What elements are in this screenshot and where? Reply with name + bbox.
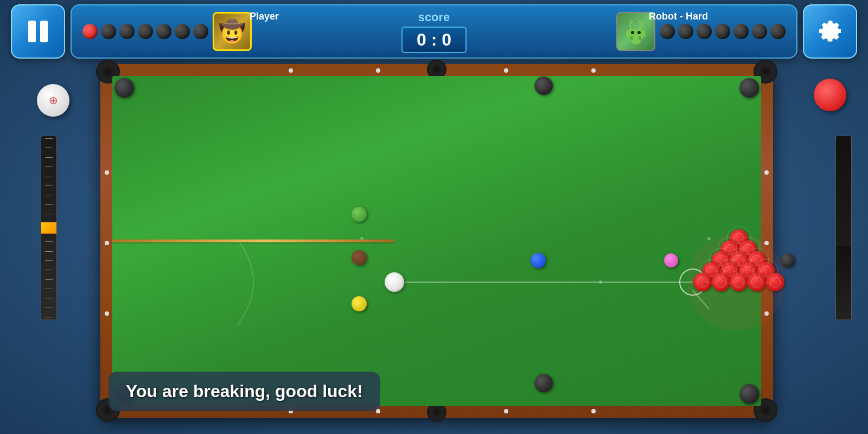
player-ball-1 (82, 24, 98, 39)
pool-table-container (100, 64, 773, 418)
score-value: 0 : 0 (401, 27, 467, 53)
yellow-ball (352, 296, 367, 311)
player-avatar: 🤠 (213, 12, 252, 51)
cue-ball[interactable] (385, 272, 404, 292)
gear-icon (815, 16, 845, 47)
robot-section (483, 12, 786, 51)
table-outer (100, 64, 773, 418)
cushion-dot-7 (376, 409, 380, 413)
pause-button[interactable] (11, 4, 65, 59)
message-box: You are breaking, good luck! (108, 372, 380, 411)
robot-ball-6 (752, 24, 767, 39)
pause-icon (28, 21, 48, 42)
svg-point-7 (639, 20, 641, 22)
robot-ball-7 (770, 24, 786, 39)
red-cluster-15 (766, 273, 784, 291)
cushion-dot-r2 (764, 241, 769, 245)
android-icon (623, 18, 649, 44)
score-label: score (418, 10, 450, 24)
player-ball-6 (175, 24, 190, 39)
player-ball-3 (119, 24, 135, 39)
svg-point-9 (637, 31, 641, 34)
red-cluster-12 (712, 273, 730, 291)
svg-point-6 (630, 20, 633, 22)
corner-ball-tr (739, 78, 759, 98)
player-section: 🤠 (82, 12, 385, 51)
player-balls (82, 24, 208, 39)
robot-ball-2 (678, 24, 693, 39)
green-ball (352, 207, 367, 222)
brown-ball (352, 250, 367, 265)
svg-point-12 (707, 237, 711, 240)
power-fill-right (836, 246, 851, 320)
black-ball (781, 253, 795, 267)
side-red-ball (814, 79, 846, 111)
blue-ball (531, 253, 546, 268)
svg-line-15 (693, 290, 709, 309)
power-indicator-left[interactable] (41, 136, 57, 320)
cue-stick (112, 240, 394, 242)
power-indicator-right[interactable] (835, 136, 852, 320)
side-cue-ball (37, 84, 69, 117)
player-name-label: Player (250, 11, 279, 22)
cushion-dot-5 (591, 68, 596, 73)
pink-ball (664, 253, 678, 267)
svg-point-8 (631, 31, 634, 34)
message-text: You are breaking, good luck! (126, 381, 363, 401)
robot-balls (660, 24, 786, 39)
cushion-dot-l2 (105, 241, 109, 245)
cushion-dot-4 (504, 68, 508, 73)
robot-ball-5 (733, 24, 749, 39)
power-handle-left[interactable] (41, 222, 57, 234)
cushion-dot-l1 (105, 170, 109, 175)
corner-ball-tl (114, 78, 134, 98)
robot-ball-4 (715, 24, 730, 39)
black-ball-bottom (534, 374, 553, 392)
robot-ball-1 (660, 24, 675, 39)
player-ball-2 (101, 24, 116, 39)
cushion-dot-l3 (105, 311, 109, 316)
corner-ball-br (739, 384, 759, 404)
cushion-dot-r3 (764, 311, 769, 316)
cushion-dot-1 (289, 68, 293, 73)
robot-name-label: Robot - Hard (649, 11, 708, 22)
svg-rect-4 (630, 36, 633, 40)
table-felt[interactable] (112, 76, 761, 406)
red-cluster-11 (693, 273, 712, 291)
player-ball-4 (138, 24, 153, 39)
black-ball-top (534, 76, 553, 95)
cushion-dot-r1 (764, 170, 769, 175)
cushion-dot-10 (591, 409, 596, 413)
red-cluster-13 (730, 273, 748, 291)
svg-rect-3 (642, 30, 646, 37)
cushion-dot-9 (504, 409, 508, 413)
cushion-dot-2 (376, 68, 380, 73)
svg-rect-2 (626, 30, 629, 37)
svg-rect-5 (639, 36, 641, 40)
player-ball-7 (193, 24, 208, 39)
svg-point-11 (599, 280, 602, 284)
score-section: score 0 : 0 (385, 10, 483, 53)
settings-button[interactable] (803, 4, 857, 59)
robot-ball-3 (697, 24, 712, 39)
red-cluster-14 (748, 273, 766, 291)
player-ball-5 (156, 24, 171, 39)
